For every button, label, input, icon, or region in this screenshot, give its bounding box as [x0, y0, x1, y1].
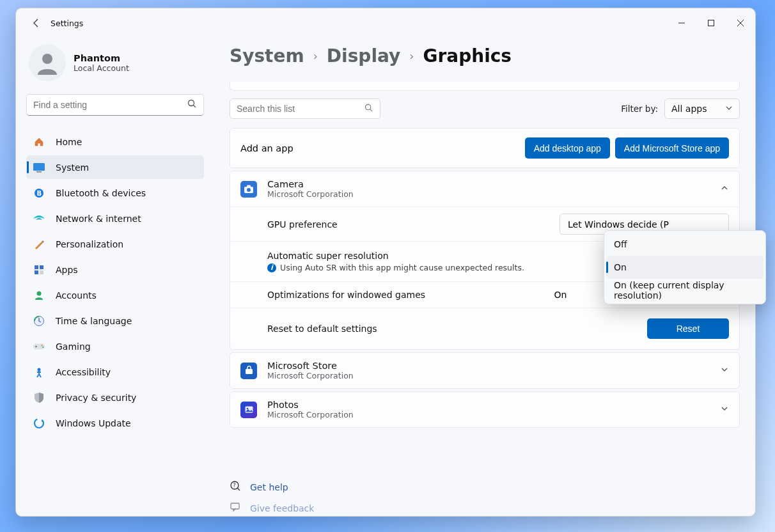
- back-button[interactable]: [24, 10, 49, 36]
- sidebar-item-bluetooth-devices[interactable]: BBluetooth & devices: [26, 181, 204, 205]
- sidebar-search-input[interactable]: [33, 100, 187, 110]
- sidebar-item-time-language[interactable]: Time & language: [26, 309, 204, 332]
- nav-icon: [33, 289, 45, 302]
- sidebar-search[interactable]: [26, 94, 204, 116]
- profile-subtitle: Local Account: [74, 63, 129, 73]
- list-search-input[interactable]: [237, 104, 364, 114]
- sidebar-item-personalization[interactable]: Personalization: [26, 232, 204, 256]
- filter-combo[interactable]: All apps: [664, 98, 740, 119]
- svg-rect-26: [246, 369, 253, 374]
- svg-rect-9: [35, 265, 38, 269]
- svg-rect-11: [35, 270, 38, 274]
- sidebar-item-privacy-security[interactable]: Privacy & security: [26, 386, 204, 409]
- nav-icon: B: [33, 187, 45, 199]
- collapsed-card-top: [230, 82, 740, 91]
- svg-point-17: [41, 345, 42, 346]
- svg-rect-10: [40, 265, 43, 269]
- breadcrumb-display[interactable]: Display: [327, 45, 400, 66]
- sidebar-item-gaming[interactable]: Gaming: [26, 334, 204, 358]
- sidebar-item-network-internet[interactable]: Network & internet: [26, 207, 204, 230]
- maximize-button[interactable]: [696, 12, 726, 35]
- breadcrumb-graphics: Graphics: [423, 45, 512, 66]
- svg-text:B: B: [37, 190, 42, 197]
- chevron-right-icon: ›: [409, 49, 414, 63]
- chevron-right-icon: ›: [313, 49, 318, 63]
- sidebar-item-windows-update[interactable]: Windows Update: [26, 411, 204, 435]
- menu-item-on-keep[interactable]: On (keep current display resolution): [606, 279, 763, 302]
- sidebar: Phantom Local Account HomeSystemBBluetoo…: [16, 38, 214, 516]
- profile-name: Phantom: [74, 53, 129, 63]
- app-name: Photos: [267, 400, 354, 410]
- reset-row: Reset to default settings Reset: [230, 308, 739, 349]
- sidebar-item-label: Network & internet: [56, 214, 141, 224]
- chevron-down-icon: [720, 364, 729, 377]
- sidebar-item-apps[interactable]: Apps: [26, 258, 204, 281]
- minimize-button[interactable]: [667, 12, 696, 35]
- profile[interactable]: Phantom Local Account: [26, 39, 204, 94]
- feedback-icon: [230, 501, 241, 515]
- svg-rect-1: [708, 20, 714, 26]
- sidebar-item-label: Accounts: [56, 290, 97, 301]
- breadcrumb-system[interactable]: System: [230, 45, 304, 66]
- svg-rect-12: [40, 270, 43, 274]
- titlebar: Settings: [16, 8, 755, 38]
- sidebar-item-label: Apps: [56, 265, 78, 275]
- sidebar-item-label: Privacy & security: [56, 393, 136, 403]
- nav-icon: [33, 417, 45, 430]
- nav-icon: [33, 366, 45, 379]
- list-search[interactable]: [230, 98, 380, 119]
- auto-sr-note: i Using Auto SR with this app might caus…: [267, 263, 524, 272]
- get-help-link[interactable]: ? Get help: [230, 480, 314, 494]
- app-card-photos[interactable]: Photos Microsoft Corporation: [230, 391, 740, 428]
- filter-value: All apps: [671, 104, 707, 114]
- nav-icon: [33, 212, 45, 225]
- sidebar-item-home[interactable]: Home: [26, 130, 204, 153]
- give-feedback-link[interactable]: Give feedback: [230, 501, 314, 515]
- sidebar-item-label: Personalization: [56, 239, 123, 249]
- svg-point-16: [35, 345, 36, 347]
- breadcrumb: System › Display › Graphics: [230, 45, 740, 66]
- svg-rect-25: [247, 185, 251, 187]
- svg-point-13: [37, 291, 42, 295]
- menu-item-on[interactable]: On: [606, 256, 763, 279]
- sidebar-item-accounts[interactable]: Accounts: [26, 283, 204, 307]
- svg-line-4: [194, 105, 196, 107]
- close-button[interactable]: [726, 12, 755, 35]
- app-publisher: Microsoft Corporation: [267, 371, 354, 380]
- app-header-camera[interactable]: Camera Microsoft Corporation: [230, 171, 739, 207]
- svg-text:?: ?: [233, 483, 236, 489]
- svg-rect-31: [231, 503, 239, 509]
- nav-icon: [33, 340, 45, 353]
- chevron-up-icon: [720, 183, 729, 195]
- nav-icon: [33, 263, 45, 276]
- nav-icon: [33, 391, 45, 404]
- app-publisher: Microsoft Corporation: [267, 410, 354, 419]
- nav-icon: [33, 315, 45, 327]
- app-name: Camera: [267, 179, 354, 189]
- sidebar-item-label: System: [56, 162, 89, 173]
- add-app-label: Add an app: [240, 143, 294, 153]
- help-icon: ?: [230, 480, 241, 494]
- sidebar-item-label: Gaming: [56, 341, 91, 352]
- svg-rect-5: [33, 163, 45, 171]
- sidebar-item-accessibility[interactable]: Accessibility: [26, 360, 204, 384]
- svg-point-18: [42, 346, 43, 347]
- reset-label: Reset to default settings: [267, 324, 377, 334]
- sidebar-item-label: Bluetooth & devices: [56, 188, 146, 198]
- app-card-store[interactable]: Microsoft Store Microsoft Corporation: [230, 352, 740, 389]
- menu-item-off[interactable]: Off: [606, 233, 763, 256]
- app-name: Microsoft Store: [267, 361, 354, 371]
- sidebar-item-system[interactable]: System: [26, 155, 204, 179]
- svg-line-22: [370, 109, 372, 111]
- svg-point-19: [38, 368, 41, 371]
- sidebar-item-label: Time & language: [56, 316, 132, 326]
- add-store-app-button[interactable]: Add Microsoft Store app: [615, 137, 729, 159]
- gpu-preference-value: Let Windows decide (P: [568, 219, 669, 230]
- windowed-games-label: Optimizations for windowed games: [267, 290, 425, 300]
- svg-point-2: [42, 54, 52, 64]
- camera-icon: [240, 181, 257, 198]
- add-desktop-app-button[interactable]: Add desktop app: [525, 137, 610, 159]
- windowed-games-state: On: [554, 290, 567, 300]
- gpu-preference-label: GPU preference: [267, 219, 338, 230]
- reset-button[interactable]: Reset: [647, 318, 729, 339]
